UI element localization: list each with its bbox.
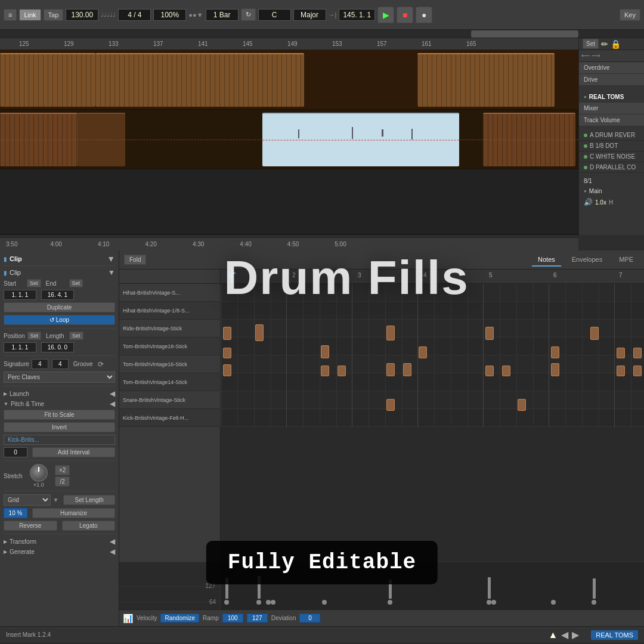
loop-btn[interactable]: ↻ xyxy=(241,8,256,21)
note-10[interactable] xyxy=(617,348,625,358)
pitch-time-section[interactable]: ▼ Pitch & Time ◀ xyxy=(4,400,115,408)
clip-title: Clip xyxy=(10,255,22,262)
duplicate-btn[interactable]: Duplicate xyxy=(4,302,115,312)
note-12[interactable] xyxy=(223,364,231,376)
piano-roll-grid[interactable] xyxy=(221,284,644,427)
start-set-btn[interactable]: Set xyxy=(27,279,41,287)
track-volume-btn[interactable]: Track Volume xyxy=(579,114,644,126)
set-length-btn[interactable]: Set Length xyxy=(63,495,115,505)
stretch-x2-btn[interactable]: ×2 xyxy=(55,465,70,475)
stop-btn[interactable]: ■ xyxy=(397,7,413,23)
note-8[interactable] xyxy=(419,346,427,358)
max-input[interactable] xyxy=(247,614,268,623)
clip-3[interactable] xyxy=(417,53,555,107)
mixer-btn[interactable]: Mixer xyxy=(579,103,644,114)
zoom-display[interactable]: 100% xyxy=(153,9,186,21)
note-17[interactable] xyxy=(485,366,494,376)
clip-2[interactable] xyxy=(95,53,304,107)
note-14[interactable] xyxy=(338,366,346,376)
quantize-display[interactable]: 1 Bar xyxy=(206,9,239,21)
ramp-label: Ramp xyxy=(203,615,219,621)
tab-mpe[interactable]: MPE xyxy=(613,253,639,267)
time-sig-display[interactable]: 4 / 4 xyxy=(118,9,151,21)
start-value[interactable]: 1. 1. 1 xyxy=(4,290,36,300)
chain-a[interactable]: A DRUM REVER xyxy=(579,130,644,141)
grid-select[interactable]: Grid xyxy=(4,494,51,506)
generate-section[interactable]: ▶ Generate ◀ xyxy=(4,547,115,556)
key-display[interactable]: C xyxy=(258,9,291,21)
note-13[interactable] xyxy=(321,366,329,376)
invert-btn[interactable]: Invert xyxy=(4,422,115,432)
scale-display[interactable]: Major xyxy=(293,9,326,21)
clip-1[interactable] xyxy=(0,53,95,107)
drive-btn[interactable]: Drive xyxy=(579,74,644,86)
tracks-container: ⟵ ⟶ Overdrive Drive ● REAL TOMS Mixer Tr… xyxy=(0,50,644,250)
chain-c[interactable]: C WHITE NOISE xyxy=(579,151,644,162)
set-btn[interactable]: Set xyxy=(583,39,599,49)
pitch-instrument[interactable]: Kick-Britis... xyxy=(4,435,115,445)
tap-btn[interactable]: Tap xyxy=(44,9,64,21)
ruler-mark-137: 137 xyxy=(153,41,163,47)
humanize-pct[interactable]: 10 % xyxy=(4,508,27,518)
note-1[interactable] xyxy=(223,327,231,340)
legato-btn[interactable]: Legato xyxy=(62,521,116,531)
pos-value[interactable]: 1. 1. 1 xyxy=(4,342,36,352)
note-16[interactable] xyxy=(403,363,411,376)
stretch-div2-btn[interactable]: /2 xyxy=(55,476,70,487)
note-11[interactable] xyxy=(633,348,642,358)
chain-b[interactable]: B 1/8 DOT xyxy=(579,141,644,151)
end-set-btn[interactable]: Set xyxy=(69,279,83,287)
note-9[interactable] xyxy=(551,346,559,358)
note-2[interactable] xyxy=(255,324,264,341)
sig-num[interactable]: 4 xyxy=(32,359,48,369)
note-6[interactable] xyxy=(223,348,231,358)
note-23[interactable] xyxy=(518,399,526,411)
play-btn[interactable]: ▶ xyxy=(377,7,394,23)
reverse-btn[interactable]: Reverse xyxy=(4,521,57,531)
tab-notes[interactable]: Notes xyxy=(532,253,561,267)
randomize-btn[interactable]: Randomize xyxy=(160,614,199,623)
add-interval-btn[interactable]: Add Interval xyxy=(32,447,115,457)
stretch-knob[interactable]: ×1.0 xyxy=(30,464,48,488)
end-value[interactable]: 16. 4. 1 xyxy=(41,290,74,300)
ramp-input[interactable] xyxy=(222,614,243,623)
groove-select[interactable]: Perc Claves xyxy=(4,371,115,383)
record-btn[interactable]: ● xyxy=(416,7,432,23)
bpm-display[interactable]: 130.00 xyxy=(66,9,98,21)
loop-btn[interactable]: ↺ Loop xyxy=(4,315,115,325)
note-20[interactable] xyxy=(617,366,625,376)
clip-subtitle: Clip xyxy=(10,269,21,276)
sig-den[interactable]: 4 xyxy=(52,359,69,369)
note-22[interactable] xyxy=(386,399,395,411)
tab-envelopes[interactable]: Envelopes xyxy=(566,253,608,267)
arrangement-area: 125 129 133 137 141 145 149 153 157 161 … xyxy=(0,30,644,250)
chain-d[interactable]: D PARALLEL CO xyxy=(579,162,644,173)
note-5[interactable] xyxy=(590,327,599,340)
transform-section[interactable]: ▶ Transform ◀ xyxy=(4,537,115,546)
chain-a-label: A DRUM REVER xyxy=(590,132,635,138)
deviation-input[interactable] xyxy=(299,614,320,623)
window-menu-btn[interactable]: ≡ xyxy=(4,9,17,21)
fold-btn[interactable]: Fold xyxy=(124,255,146,265)
pitch-input[interactable]: 0 xyxy=(4,447,27,457)
note-18[interactable] xyxy=(502,366,510,376)
note-7[interactable] xyxy=(321,345,329,358)
len-value[interactable]: 16. 0. 0 xyxy=(41,342,74,352)
chain-d-dot xyxy=(584,166,587,169)
fit-scale-btn[interactable]: Fit to Scale xyxy=(4,410,115,420)
humanize-btn[interactable]: Humanize xyxy=(32,508,115,518)
link-btn[interactable]: Link xyxy=(19,9,41,21)
note-21[interactable] xyxy=(633,366,642,376)
note-19[interactable] xyxy=(551,363,559,376)
note-3[interactable] xyxy=(386,326,395,340)
len-set-btn[interactable]: Set xyxy=(69,332,83,340)
note-4[interactable] xyxy=(485,327,494,340)
generate-label: Generate xyxy=(10,549,35,555)
overdrive-btn[interactable]: Overdrive xyxy=(579,62,644,74)
drum-label-hihat2: Hihat-BritishVintage-1/8-S... xyxy=(119,302,220,320)
position-display[interactable]: 145. 1. 1 xyxy=(339,9,375,21)
note-15[interactable] xyxy=(386,363,395,376)
launch-section[interactable]: ▶ Launch ◀ xyxy=(4,389,115,398)
key-btn[interactable]: Key xyxy=(620,9,640,21)
pos-set-btn[interactable]: Set xyxy=(27,332,42,340)
